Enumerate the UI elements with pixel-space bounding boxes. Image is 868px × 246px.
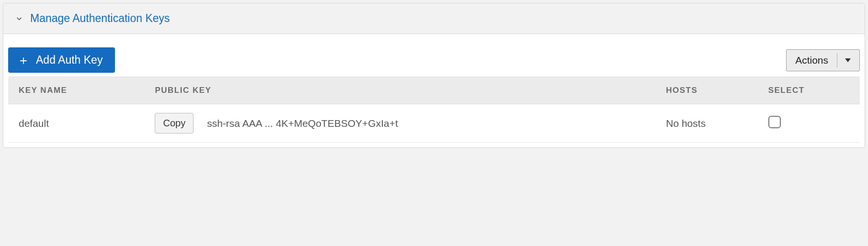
cell-public-key: Copy ssh-rsa AAA ... 4K+MeQoTEBSOY+GxIa+… — [144, 104, 655, 143]
add-auth-key-button[interactable]: Add Auth Key — [8, 47, 115, 73]
panel-title: Manage Authentication Keys — [30, 12, 170, 25]
copy-button[interactable]: Copy — [155, 113, 194, 134]
table-row: default Copy ssh-rsa AAA ... 4K+MeQoTEBS… — [8, 104, 860, 143]
cell-key-name: default — [8, 104, 144, 143]
public-key-text: ssh-rsa AAA ... 4K+MeQoTEBSOY+GxIa+t — [207, 118, 398, 129]
plus-icon — [19, 56, 28, 65]
auth-keys-panel: Manage Authentication Keys Add Auth Key … — [3, 3, 865, 148]
cell-hosts: No hosts — [655, 104, 757, 143]
cell-select — [758, 104, 860, 143]
actions-label: Actions — [787, 50, 837, 71]
actions-dropdown-button[interactable]: Actions — [786, 49, 860, 71]
caret-down-icon — [845, 58, 851, 62]
panel-header[interactable]: Manage Authentication Keys — [3, 3, 865, 34]
row-select-checkbox[interactable] — [768, 116, 781, 128]
col-header-select: Select — [758, 77, 860, 104]
add-auth-key-label: Add Auth Key — [36, 54, 103, 67]
actions-caret-wrap — [837, 54, 859, 67]
panel-body: Add Auth Key Actions Key Name Public Key… — [3, 34, 865, 147]
toolbar: Add Auth Key Actions — [8, 47, 860, 77]
col-header-public-key: Public Key — [144, 77, 655, 104]
col-header-hosts: Hosts — [655, 77, 757, 104]
col-header-key-name: Key Name — [8, 77, 144, 104]
auth-keys-table: Key Name Public Key Hosts Select default… — [8, 77, 860, 143]
table-header-row: Key Name Public Key Hosts Select — [8, 77, 860, 104]
chevron-down-icon — [15, 14, 23, 23]
